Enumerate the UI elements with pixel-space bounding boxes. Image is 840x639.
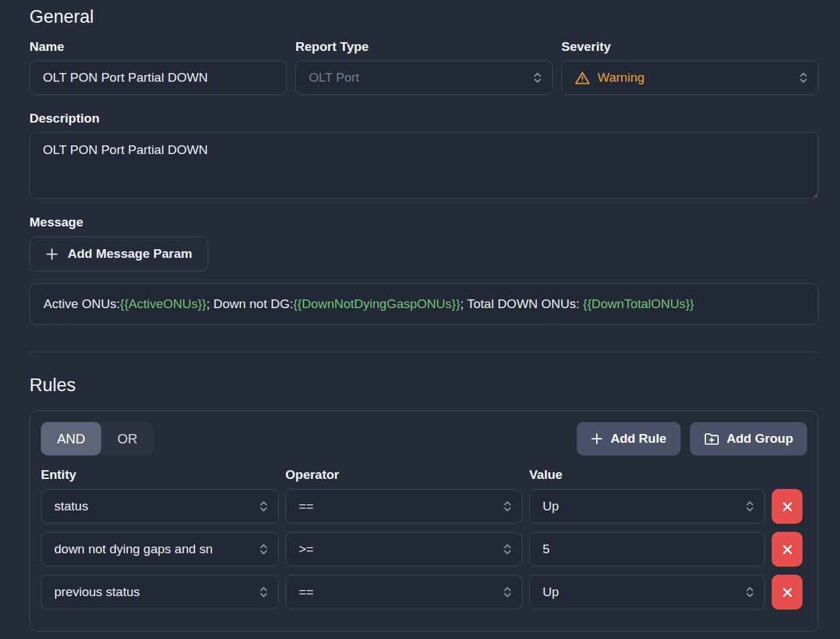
rules-section-title: Rules [29,375,819,396]
entity-column-label: Entity [41,468,279,482]
report-rule-editor: General Name Report Type OLT Port Severi… [0,0,840,632]
operator-column-label: Operator [285,468,522,482]
entity-select[interactable]: down not dying gaps and sn [41,532,279,567]
name-label: Name [29,40,287,54]
add-message-param-label: Add Message Param [68,246,192,261]
delete-rule-button[interactable] [772,532,802,567]
message-part: ; Down not DG: [206,297,293,311]
rules-actions: Add Rule Add Group [577,422,807,455]
description-label: Description [29,111,819,126]
close-icon [782,501,793,512]
operator-value: == [299,585,496,599]
report-type-value: OLT Port [309,70,526,85]
chevron-updown-icon [502,585,512,599]
operator-select[interactable]: == [285,489,522,524]
chevron-updown-icon [745,500,755,513]
severity-select[interactable]: Warning [561,60,819,95]
message-field: Message Add Message Param Active ONUs:{{… [29,215,819,325]
entity-select[interactable]: status [41,489,279,524]
plus-icon [46,248,58,261]
chevron-updown-icon [259,585,269,599]
operator-select[interactable]: >= [285,532,522,567]
value-input[interactable] [529,532,765,567]
name-input[interactable] [29,60,287,95]
report-type-label: Report Type [295,40,553,54]
severity-selected-option: Warning [575,70,792,85]
chevron-updown-icon [259,543,269,556]
operator-select[interactable]: == [285,575,522,610]
logic-operator-toggle: AND OR [41,422,153,455]
rules-panel-header: AND OR Add Rule Add Group [41,422,807,455]
message-label: Message [29,215,819,230]
or-toggle-button[interactable]: OR [101,422,153,455]
rule-row: down not dying gaps and sn >= [41,532,807,567]
entity-select[interactable]: previous status [41,575,279,610]
chevron-updown-icon [745,585,755,599]
close-icon [782,587,793,598]
operator-value: >= [299,542,496,557]
name-field: Name [29,40,287,95]
message-template-box[interactable]: Active ONUs:{{ActiveONUs}}; Down not DG:… [29,283,819,325]
add-rule-label: Add Rule [610,431,666,446]
report-type-select[interactable]: OLT Port [295,60,553,95]
plus-icon [591,433,603,445]
message-param: {{ActiveONUs}} [120,297,206,311]
chevron-updown-icon [798,71,809,84]
rule-row: status == Up [41,489,807,524]
section-divider [29,352,819,352]
severity-field: Severity Warning [561,40,819,95]
rules-group-panel: AND OR Add Rule Add Group En [29,411,819,632]
chevron-updown-icon [533,71,543,84]
and-toggle-button[interactable]: AND [41,422,101,455]
warning-triangle-icon [575,71,590,85]
description-field: Description OLT PON Port Partial DOWN [29,111,819,199]
chevron-updown-icon [502,500,512,513]
message-param: {{DownNotDyingGaspONUs}} [293,297,460,311]
entity-value: down not dying gaps and sn [54,542,252,557]
message-part: Active ONUs: [44,297,120,311]
add-group-label: Add Group [727,431,793,446]
delete-rule-button[interactable] [772,575,802,610]
folder-plus-icon [704,432,719,446]
close-icon [782,544,793,555]
add-rule-button[interactable]: Add Rule [577,422,680,455]
description-textarea[interactable]: OLT PON Port Partial DOWN [29,132,819,199]
value-value: Up [543,585,738,599]
add-message-param-button[interactable]: Add Message Param [29,236,208,271]
add-group-button[interactable]: Add Group [690,422,807,455]
value-select[interactable]: Up [529,575,765,610]
chevron-updown-icon [502,543,512,556]
general-section-title: General [29,7,819,27]
general-fields-row: Name Report Type OLT Port Severity Warni… [29,40,819,95]
severity-value: Warning [598,70,644,85]
entity-value: status [54,499,252,514]
chevron-updown-icon [259,500,269,513]
rule-row: previous status == Up [41,575,807,610]
value-column-label: Value [529,468,765,482]
operator-value: == [299,499,496,514]
entity-value: previous status [54,585,252,599]
severity-label: Severity [561,40,819,54]
value-value: Up [543,499,738,514]
message-part: ; Total DOWN ONUs: [460,297,583,311]
report-type-field: Report Type OLT Port [295,40,553,95]
delete-rule-button[interactable] [772,489,802,524]
message-param: {{DownTotalONUs}} [583,297,694,311]
rule-column-headers: Entity Operator Value [41,468,807,482]
value-select[interactable]: Up [529,489,765,524]
